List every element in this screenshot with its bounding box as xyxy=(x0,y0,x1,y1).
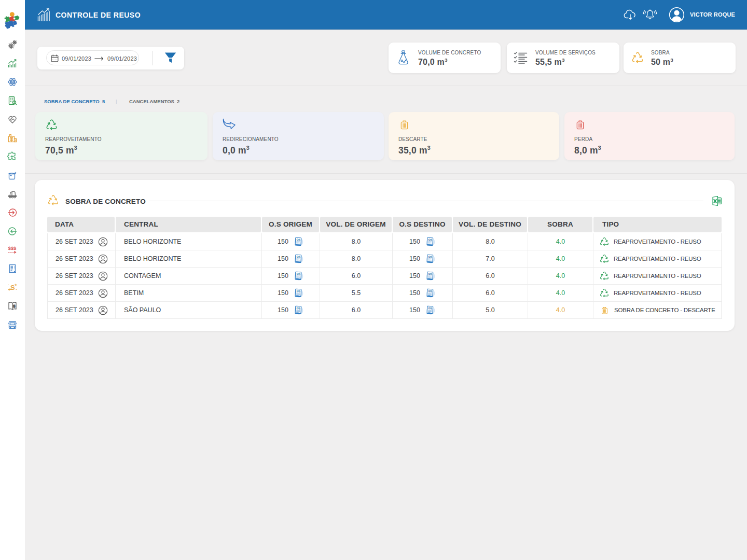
svg-text:$$$: $$$ xyxy=(8,245,17,251)
svg-text:$: $ xyxy=(13,304,15,308)
svg-text:S: S xyxy=(10,284,15,291)
